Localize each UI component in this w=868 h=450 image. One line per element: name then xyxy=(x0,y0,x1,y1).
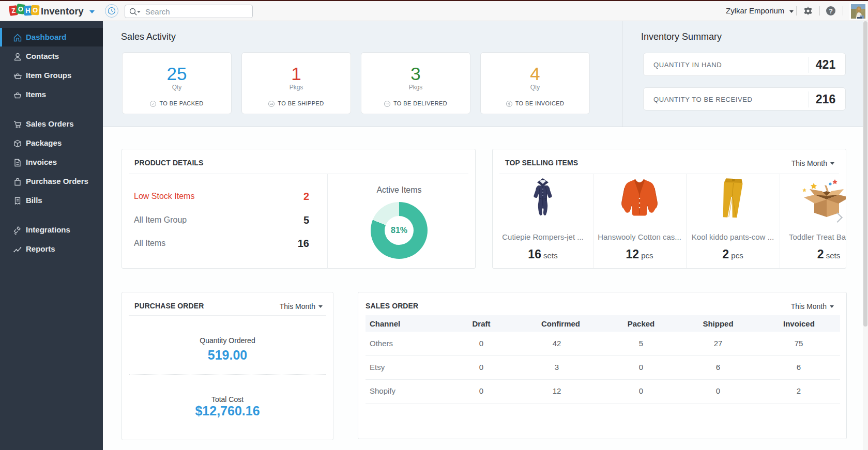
svg-text:?: ? xyxy=(829,8,833,15)
